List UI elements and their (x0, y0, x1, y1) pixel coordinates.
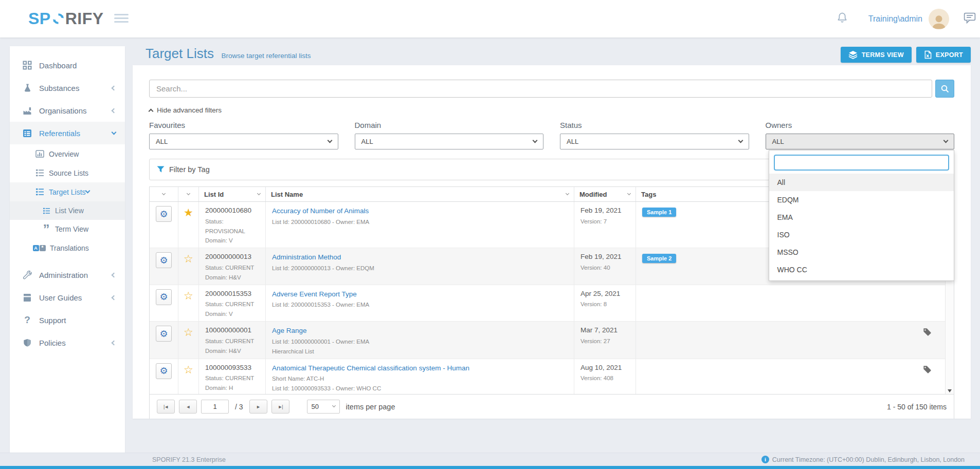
chevron-down-icon (943, 138, 949, 143)
domain-label: Domain (355, 121, 544, 129)
owners-option-all[interactable]: All (769, 174, 954, 191)
sidebar-item-label: Referentials (39, 129, 112, 138)
domain-value: ALL (361, 138, 373, 145)
row-actions-button[interactable]: ⚙ (156, 206, 172, 222)
logo-text: SP (28, 9, 51, 28)
owners-dropdown-search-input[interactable] (774, 155, 950, 171)
items-per-page-label: items per page (346, 403, 395, 411)
row-actions-button[interactable]: ⚙ (156, 363, 172, 379)
funnel-icon (157, 166, 165, 173)
row-hierarchical: Hierarchical List (272, 347, 568, 357)
favourite-star-outline[interactable]: ☆ (178, 248, 199, 284)
page-number-input[interactable] (201, 400, 229, 414)
row-version: Version: 40 (580, 263, 629, 273)
sidebar-item-label: Target Lists (49, 188, 86, 196)
row-actions-button[interactable]: ⚙ (156, 252, 172, 268)
list-id-column-header[interactable]: List Id (199, 187, 266, 201)
sidebar-item-translations[interactable]: A* Translations (10, 238, 125, 257)
list-name-link[interactable]: Accuracy of Number of Animals (272, 207, 369, 216)
actions-column-header[interactable] (150, 187, 178, 201)
sidebar-item-label: List View (55, 207, 84, 215)
feedback-chat-icon[interactable] (964, 12, 976, 26)
sidebar-item-support[interactable]: ? Support (10, 309, 125, 331)
tag-icon[interactable] (923, 365, 931, 376)
status-select[interactable]: ALL (560, 134, 749, 149)
sidebar-item-label: User Guides (39, 293, 112, 302)
terms-view-button[interactable]: TERMS VIEW (841, 47, 912, 63)
sidebar-item-term-view[interactable]: ” Term View (10, 220, 125, 238)
row-domain: Domain: H (205, 383, 259, 393)
owners-option-ema[interactable]: EMA (769, 209, 954, 226)
favourites-select[interactable]: ALL (149, 134, 338, 149)
sidebar-item-organisations[interactable]: Organisations (10, 99, 125, 122)
avatar[interactable] (929, 9, 949, 29)
sidebar-item-substances[interactable]: Substances (10, 77, 125, 99)
favourite-star-outline[interactable]: ☆ (178, 359, 199, 394)
page-total-label: / 3 (235, 403, 243, 411)
topbar-right: Training\admin (837, 0, 976, 37)
row-actions-button[interactable]: ⚙ (156, 289, 172, 305)
owners-option-msso[interactable]: MSSO (769, 243, 954, 261)
sidebar-item-list-view[interactable]: List View (10, 201, 125, 220)
export-button[interactable]: EXPORT (916, 47, 971, 63)
modified-column-header[interactable]: Modified (574, 187, 636, 201)
favourite-star-filled[interactable]: ★ (178, 202, 199, 248)
first-page-button[interactable]: |◄ (157, 400, 175, 414)
modified-date: Aug 10, 2021 (580, 363, 629, 372)
owners-option-who-cc[interactable]: WHO CC (769, 261, 954, 278)
user-menu[interactable]: Training\admin (868, 14, 922, 24)
scroll-down-arrow-icon[interactable] (948, 389, 952, 392)
sidebar-item-label: Administration (39, 271, 112, 279)
sidebar-item-dashboard[interactable]: Dashboard (10, 54, 125, 77)
gear-icon: ⚙ (159, 209, 168, 219)
list-name-link[interactable]: Age Range (272, 326, 307, 335)
modified-date: Apr 25, 2021 (580, 289, 629, 298)
referentials-icon (21, 129, 33, 138)
shield-icon (21, 339, 33, 347)
sidebar-item-label: Organisations (39, 106, 112, 115)
sidebar-item-target-lists[interactable]: Target Lists (10, 182, 125, 201)
search-button[interactable] (935, 80, 954, 98)
sidebar-item-overview[interactable]: Overview (10, 144, 125, 163)
sidebar-item-policies[interactable]: Policies (10, 331, 125, 354)
sidebar-item-label: Source Lists (49, 169, 88, 177)
menu-toggle-icon[interactable] (114, 14, 129, 25)
owners-value: ALL (772, 138, 784, 145)
list-name-link[interactable]: Adverse Event Report Type (272, 290, 357, 299)
next-page-button[interactable]: ► (249, 400, 267, 414)
search-bar (149, 80, 954, 98)
tag-badge[interactable]: Sample 1 (642, 208, 676, 217)
page-size-select[interactable]: 50 (307, 400, 340, 414)
tag-badge[interactable]: Sample 2 (642, 254, 676, 263)
owners-option-iso[interactable]: ISO (769, 226, 954, 243)
notifications-bell-icon[interactable] (837, 12, 848, 26)
owners-label: Owners (766, 121, 955, 129)
advanced-filters-toggle[interactable]: Hide advanced filters (149, 106, 242, 114)
row-version: Version: 27 (580, 336, 629, 346)
search-input[interactable] (149, 80, 932, 98)
list-name-link[interactable]: Administration Method (272, 253, 341, 262)
sidebar-item-source-lists[interactable]: Source Lists (10, 163, 125, 182)
owners-select[interactable]: ALL (766, 134, 955, 149)
sidebar-item-administration[interactable]: Administration (10, 264, 125, 286)
favourite-column-header[interactable] (178, 187, 199, 201)
last-page-button[interactable]: ►| (271, 400, 289, 414)
list-id: 100000000001 (205, 326, 259, 335)
domain-select[interactable]: ALL (355, 134, 544, 149)
row-actions-button[interactable]: ⚙ (156, 326, 172, 342)
prev-page-button[interactable]: ◄ (179, 400, 197, 414)
sidebar-item-label: Overview (49, 150, 79, 158)
prev-page-icon: ◄ (186, 404, 190, 409)
logo-text-2: RIFY (65, 9, 104, 28)
row-status: Status: CURRENT (205, 299, 259, 309)
page-size-value: 50 (312, 403, 319, 410)
favourite-star-outline[interactable]: ☆ (178, 322, 199, 358)
page-title: Target Lists (146, 46, 214, 61)
favourite-star-outline[interactable]: ☆ (178, 285, 199, 321)
sidebar-item-referentials[interactable]: Referentials (10, 122, 125, 144)
sidebar-item-user-guides[interactable]: User Guides (10, 286, 125, 309)
tag-icon[interactable] (923, 328, 931, 338)
list-name-column-header[interactable]: List Name (266, 187, 574, 201)
owners-option-edqm[interactable]: EDQM (769, 191, 954, 209)
list-name-link[interactable]: Anatomical Therapeutic Chemical classifi… (272, 364, 469, 373)
